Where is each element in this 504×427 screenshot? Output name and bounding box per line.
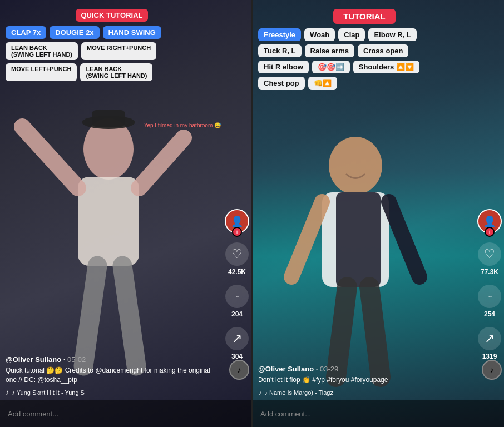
- right-music-disc: ♪: [482, 360, 502, 380]
- left-like-button[interactable]: ♡ 42.5K: [225, 242, 249, 276]
- right-follow-plus[interactable]: +: [485, 227, 495, 237]
- right-caption: Don't let it flop 👏 #fyp #foryou #foryou…: [258, 375, 473, 385]
- svg-line-11: [291, 202, 322, 277]
- left-tutorial-tags: QUICK TUTORIAL CLAP 7x DOUGIE 2x HAND SW…: [0, 9, 224, 81]
- right-heart-icon[interactable]: ♡: [478, 242, 501, 266]
- left-follow-plus[interactable]: +: [232, 227, 242, 237]
- svg-rect-10: [336, 192, 381, 287]
- right-share-icon[interactable]: ↗: [478, 327, 501, 350]
- left-share-button[interactable]: ↗ 304: [225, 327, 249, 360]
- emoji-arrow-tag[interactable]: 🎯🎯➡️: [312, 61, 350, 73]
- person-left-silhouette: [6, 93, 217, 399]
- svg-line-5: [122, 266, 136, 366]
- left-side-actions: 👤 + ♡ 42.5K ··· 204 ↗ 304: [225, 209, 249, 360]
- right-tutorial-tags: TUTORIAL Freestyle Woah Clap Elbow R, L …: [253, 9, 476, 90]
- right-side-actions: 👤 + ♡ 77.3K ··· 254 ↗ 1319: [477, 209, 502, 360]
- right-video-panel: TUTORIAL Freestyle Woah Clap Elbow R, L …: [253, 0, 504, 427]
- left-music-icon: ♪: [6, 388, 9, 396]
- right-music-icon: ♪: [258, 388, 262, 396]
- svg-rect-1: [78, 177, 139, 266]
- left-caption: Quick tutorial 🤔🤔 Credits to @dancemerig…: [6, 366, 221, 385]
- left-comment-icon[interactable]: ···: [225, 285, 249, 308]
- dougie-tag: DOUGIE 2x: [50, 26, 99, 39]
- left-username[interactable]: @Oliver Sullano: [6, 355, 61, 364]
- right-like-count: 77.3K: [481, 268, 498, 276]
- svg-point-8: [329, 137, 382, 195]
- left-share-count: 304: [231, 352, 243, 360]
- left-username-line: @Oliver Sullano · 05-02: [6, 355, 221, 364]
- left-share-icon[interactable]: ↗: [225, 327, 249, 350]
- left-music-text: ♪ Yung Skrrt Hit It - Yung S: [12, 389, 85, 396]
- right-comment-bar[interactable]: Add comment...: [253, 400, 504, 427]
- svg-line-4: [83, 266, 97, 366]
- freestyle-tag[interactable]: Freestyle: [258, 28, 301, 41]
- svg-line-14: [369, 287, 381, 377]
- right-music-text: ♪ Name Is Margo) - Tiagz: [265, 389, 333, 396]
- left-avatar-wrap[interactable]: 👤 +: [225, 209, 249, 234]
- woah-tag[interactable]: Woah: [304, 28, 335, 41]
- right-date: 03-29: [320, 365, 338, 373]
- hit-r-elbow-tag[interactable]: Hit R elbow: [258, 61, 309, 73]
- svg-rect-7: [92, 110, 125, 127]
- handswing-tag: HAND SWING: [103, 26, 161, 39]
- elbow-rl-tag[interactable]: Elbow R, L: [368, 28, 416, 41]
- move-right-punch-tag: MOVE RIGHT+PUNCH: [81, 42, 156, 60]
- right-comment-placeholder: Add comment...: [260, 410, 311, 418]
- left-video-panel: QUICK TUTORIAL CLAP 7x DOUGIE 2x HAND SW…: [0, 0, 251, 427]
- svg-line-3: [139, 138, 184, 188]
- bathroom-note: Yep I filmed in my bathroom 😅: [144, 122, 221, 128]
- raise-arms-tag[interactable]: Raise arms: [305, 44, 354, 57]
- tuck-rl-tag[interactable]: Tuck R, L: [258, 44, 302, 57]
- left-music-line: ♪ ♪ Yung Skrrt Hit It - Yung S: [6, 388, 221, 396]
- right-share-count: 1319: [482, 352, 497, 360]
- right-username-line: @Oliver Sullano · 03-29: [258, 365, 473, 373]
- fist-arrow-tag[interactable]: 👊🔼: [308, 77, 337, 90]
- left-music-disc: ♪: [229, 360, 249, 380]
- right-comment-button[interactable]: ··· 254: [478, 285, 501, 318]
- person-right-silhouette: [258, 105, 458, 399]
- right-bottom-info: @Oliver Sullano · 03-29 Don't let it flo…: [258, 365, 473, 396]
- left-comment-count: 204: [231, 310, 243, 318]
- right-username[interactable]: @Oliver Sullano: [258, 365, 314, 373]
- left-comment-bar[interactable]: Add comment...: [0, 400, 251, 427]
- shoulders-tag[interactable]: Shoulders 🔼🔽: [353, 61, 419, 73]
- svg-line-12: [389, 202, 419, 277]
- right-comment-count: 254: [484, 310, 495, 318]
- cross-open-tag[interactable]: Cross open: [358, 44, 409, 57]
- lean-back-right-tag: LEAN BACK(SWING LEFT HAND): [80, 63, 152, 81]
- left-date: 05-02: [67, 355, 86, 364]
- lean-back-left-tag: LEAN BACK(SWING LEFT HAND): [6, 42, 78, 60]
- left-comment-placeholder: Add comment...: [8, 410, 58, 418]
- move-left-punch-tag: MOVE LEFT+PUNCH: [6, 63, 77, 81]
- left-title-tag: QUICK TUTORIAL: [76, 9, 149, 22]
- right-like-button[interactable]: ♡ 77.3K: [478, 242, 501, 276]
- left-like-count: 42.5K: [228, 268, 246, 276]
- right-music-line: ♪ ♪ Name Is Margo) - Tiagz: [258, 388, 473, 396]
- right-avatar-wrap[interactable]: 👤 +: [477, 209, 502, 234]
- clap-tag[interactable]: Clap: [338, 28, 365, 41]
- chest-pop-tag[interactable]: Chest pop: [258, 77, 305, 90]
- left-heart-icon[interactable]: ♡: [225, 242, 249, 266]
- right-comment-icon[interactable]: ···: [478, 285, 501, 308]
- right-share-button[interactable]: ↗ 1319: [478, 327, 501, 360]
- svg-line-13: [336, 287, 347, 377]
- right-title-tag: TUTORIAL: [333, 9, 396, 24]
- clap-tag: CLAP 7x: [6, 26, 46, 39]
- svg-line-2: [22, 127, 78, 188]
- left-bottom-info: @Oliver Sullano · 05-02 Quick tutorial 🤔…: [6, 355, 221, 396]
- left-comment-button[interactable]: ··· 204: [225, 285, 249, 318]
